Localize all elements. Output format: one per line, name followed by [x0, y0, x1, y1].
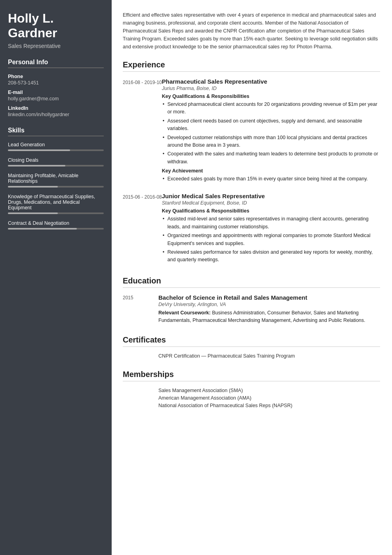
skill-bar-fill — [8, 165, 65, 166]
membership-row: American Management Association (AMA) — [123, 395, 380, 401]
skills-heading: Skills — [8, 127, 104, 136]
exp-qualifications-heading: Key Qualifications & Responsibilities — [162, 208, 380, 214]
membership-row: Sales Management Association (SMA) — [123, 388, 380, 393]
linkedin-label: LinkedIn — [8, 105, 104, 111]
certificates-heading: Certificates — [123, 335, 380, 347]
skill-item: Knowledge of Pharmaceutical Supplies, Dr… — [8, 194, 104, 214]
membership-text: National Association of Pharmaceutical S… — [158, 403, 292, 408]
skill-name: Contract & Deal Negotiation — [8, 220, 104, 226]
skill-bar-bg — [8, 186, 104, 188]
skill-name: Maintaining Profitable, Amicable Relatio… — [8, 173, 104, 184]
email-label: E-mail — [8, 90, 104, 95]
main-content: Efficient and effective sales representa… — [112, 0, 392, 555]
skill-name: Knowledge of Pharmaceutical Supplies, Dr… — [8, 194, 104, 211]
skill-item: Closing Deals — [8, 157, 104, 166]
candidate-title: Sales Representative — [8, 43, 104, 49]
education-row: 2015 Bachelor of Science in Retail and S… — [123, 294, 380, 325]
experience-heading: Experience — [123, 60, 380, 72]
exp-date: 2016-08 - 2019-10 — [123, 78, 162, 184]
membership-row: National Association of Pharmaceutical S… — [123, 403, 380, 408]
experience-row: 2016-08 - 2019-10 Pharmaceutical Sales R… — [123, 78, 380, 184]
exp-job-title: Pharmaceutical Sales Representative — [162, 78, 380, 85]
exp-bullet: Cooperated with the sales and marketing … — [162, 150, 380, 166]
exp-bullet: Developed customer relationships with mo… — [162, 134, 380, 149]
skill-bar-bg — [8, 165, 104, 166]
memberships-section: Memberships Sales Management Association… — [123, 370, 380, 408]
exp-content: Junior Medical Sales Representative Stan… — [162, 193, 380, 265]
exp-content: Pharmaceutical Sales Representative Juri… — [162, 78, 380, 184]
memberships-heading: Memberships — [123, 370, 380, 381]
phone-label: Phone — [8, 74, 104, 79]
skill-bar-bg — [8, 228, 104, 230]
exp-bullet: Organized meetings and appointments with… — [162, 232, 380, 247]
edu-content: Bachelor of Science in Retail and Sales … — [158, 294, 380, 325]
candidate-name: Holly L. Gardner — [8, 11, 104, 40]
experience-section: Experience 2016-08 - 2019-10 Pharmaceuti… — [123, 60, 380, 265]
exp-bullet: Assisted mid-level and senior sales repr… — [162, 215, 380, 231]
exp-achievement-bullet: Exceeded sales goals by more than 15% in… — [162, 175, 380, 183]
exp-company: Jurius Pharma, Boise, ID — [162, 86, 380, 91]
skill-bar-fill — [8, 228, 77, 230]
personal-info-heading: Personal Info — [8, 59, 104, 68]
skill-bar-fill — [8, 149, 70, 151]
education-section: Education 2015 Bachelor of Science in Re… — [123, 276, 380, 325]
summary-text: Efficient and effective sales representa… — [123, 11, 380, 51]
certificate-text: CNPR Certification — Pharmaceutical Sale… — [158, 353, 295, 359]
phone-value: 208-573-1451 — [8, 80, 104, 86]
certificates-section: Certificates CNPR Certification — Pharma… — [123, 335, 380, 359]
membership-spacer — [123, 395, 158, 401]
exp-company: Stanford Medical Equipment, Boise, ID — [162, 200, 380, 206]
linkedin-value: linkedin.com/in/hollygardner — [8, 112, 104, 117]
skill-bar-bg — [8, 149, 104, 151]
skill-bar-fill — [8, 186, 58, 188]
skill-item: Maintaining Profitable, Amicable Relatio… — [8, 173, 104, 188]
exp-bullet: Serviced pharmaceutical client accounts … — [162, 101, 380, 116]
experience-row: 2015-06 - 2016-08 Junior Medical Sales R… — [123, 193, 380, 265]
exp-bullet: Assessed client needs based on current o… — [162, 117, 380, 133]
membership-text: Sales Management Association (SMA) — [158, 388, 243, 393]
skill-bar-bg — [8, 212, 104, 214]
email-value: holly.gardner@me.com — [8, 96, 104, 101]
edu-school: DeVry University, Arlington, VA — [158, 302, 380, 307]
edu-degree: Bachelor of Science in Retail and Sales … — [158, 294, 380, 301]
cert-spacer — [123, 353, 158, 359]
sidebar: Holly L. Gardner Sales Representative Pe… — [0, 0, 112, 555]
exp-date: 2015-06 - 2016-08 — [123, 193, 162, 265]
membership-text: American Management Association (AMA) — [158, 395, 251, 401]
exp-job-title: Junior Medical Sales Representative — [162, 193, 380, 199]
skill-name: Closing Deals — [8, 157, 104, 163]
exp-achievement-heading: Key Achievement — [162, 168, 380, 174]
membership-spacer — [123, 388, 158, 393]
skill-item: Lead Generation — [8, 142, 104, 151]
education-heading: Education — [123, 276, 380, 288]
edu-date: 2015 — [123, 294, 158, 325]
edu-coursework: Relevant Coursework: Business Administra… — [158, 309, 380, 325]
exp-bullet: Reviewed sales performance for sales div… — [162, 249, 380, 264]
skill-name: Lead Generation — [8, 142, 104, 147]
exp-qualifications-heading: Key Qualifications & Responsibilities — [162, 94, 380, 99]
membership-spacer — [123, 403, 158, 408]
skill-bar-fill — [8, 212, 58, 214]
certificate-row: CNPR Certification — Pharmaceutical Sale… — [123, 353, 380, 359]
skill-item: Contract & Deal Negotiation — [8, 220, 104, 230]
